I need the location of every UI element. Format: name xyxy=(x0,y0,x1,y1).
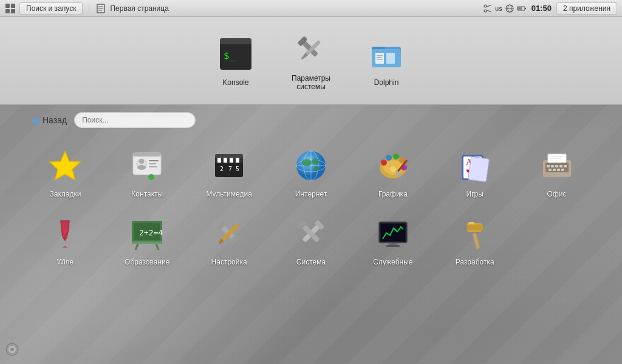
svg-rect-36 xyxy=(133,153,161,157)
svg-rect-79 xyxy=(547,165,550,167)
back-label: Назад xyxy=(43,115,67,125)
topbar-separator xyxy=(89,3,89,14)
svg-rect-111 xyxy=(472,233,480,249)
bottom-left-icon[interactable] xyxy=(5,342,19,359)
sys-tray: us xyxy=(483,4,527,13)
page-icon xyxy=(95,3,106,14)
svg-text:$_: $_ xyxy=(224,50,236,61)
app-system[interactable]: Система xyxy=(270,209,352,271)
system-icon xyxy=(292,214,330,253)
svg-rect-95 xyxy=(132,241,162,244)
svg-rect-80 xyxy=(551,165,554,167)
svg-rect-82 xyxy=(559,165,562,167)
svg-rect-76 xyxy=(468,157,489,182)
games-label: Игры xyxy=(466,190,484,198)
wine-label: Wine xyxy=(57,258,73,266)
system-menu-icon xyxy=(5,342,19,357)
multimedia-label: Мультимедиа xyxy=(206,190,251,198)
lang-indicator: us xyxy=(495,5,502,12)
graphics-label: Графика xyxy=(378,190,408,198)
svg-rect-20 xyxy=(220,42,251,44)
app-utilities[interactable]: Служебные xyxy=(352,209,434,271)
graphics-icon xyxy=(374,146,412,185)
utilities-icon xyxy=(374,214,412,253)
bookmarks-label: Закладки xyxy=(49,190,81,198)
battery-icon xyxy=(517,4,527,13)
svg-point-66 xyxy=(386,155,392,161)
svg-point-8 xyxy=(484,5,487,7)
svg-line-11 xyxy=(487,10,491,12)
app-development[interactable]: Разработка xyxy=(434,209,516,271)
app-bookmarks[interactable]: Закладки xyxy=(24,141,106,203)
app-education[interactable]: 2+2=4 Образование xyxy=(106,209,188,271)
contacts-label: Контакты xyxy=(131,190,163,198)
svg-line-97 xyxy=(156,244,159,250)
empty-icon xyxy=(538,214,576,253)
dolphin-label: Dolphin xyxy=(374,78,399,87)
back-arrow-icon: ◀ xyxy=(30,113,39,127)
multimedia-icon: 2 7 5 xyxy=(210,146,248,185)
svg-rect-17 xyxy=(518,7,522,10)
office-icon xyxy=(538,146,576,185)
svg-rect-87 xyxy=(561,169,564,171)
network-icon xyxy=(505,4,514,13)
app-multimedia[interactable]: 2 7 5 Мультимедиа xyxy=(188,141,270,203)
svg-rect-108 xyxy=(381,224,405,241)
apps-icon xyxy=(5,3,16,14)
svg-point-64 xyxy=(390,166,396,172)
svg-rect-50 xyxy=(215,154,243,158)
main-area: ◀ Назад Закладки xyxy=(0,105,622,364)
internet-icon xyxy=(292,146,330,185)
svg-line-10 xyxy=(487,5,491,7)
education-label: Образование xyxy=(125,258,169,266)
running-apps-button[interactable]: 2 приложения xyxy=(556,2,617,15)
svg-point-43 xyxy=(148,174,154,180)
search-launch-button[interactable]: Поиск и запуск xyxy=(19,2,83,15)
scissors-icon xyxy=(483,4,493,13)
svg-rect-40 xyxy=(149,160,159,161)
bookmarks-icon xyxy=(46,146,84,185)
settings-label: Параметры системы xyxy=(292,74,330,91)
app-office[interactable]: Офис xyxy=(516,141,598,203)
svg-rect-3 xyxy=(11,9,15,13)
svg-point-65 xyxy=(381,160,387,166)
development-icon xyxy=(456,214,494,253)
settings2-label: Настройка xyxy=(211,258,247,266)
svg-rect-110 xyxy=(386,245,400,247)
svg-rect-31 xyxy=(377,55,383,56)
office-label: Офис xyxy=(547,190,567,198)
back-button[interactable]: ◀ Назад xyxy=(30,113,67,127)
svg-rect-85 xyxy=(553,169,556,171)
svg-rect-30 xyxy=(386,53,395,64)
svg-line-96 xyxy=(135,244,138,250)
app-games[interactable]: A ♥ Игры xyxy=(434,141,516,203)
app-internet[interactable]: Интернет xyxy=(270,141,352,203)
svg-point-38 xyxy=(139,159,144,164)
app-contacts[interactable]: Контакты xyxy=(106,141,188,203)
svg-rect-33 xyxy=(377,59,383,60)
clock: 01:50 xyxy=(531,4,552,13)
konsole-icon: $_ xyxy=(216,35,255,73)
svg-point-60 xyxy=(312,158,319,164)
svg-rect-32 xyxy=(377,57,381,58)
svg-rect-1 xyxy=(11,4,15,8)
app-wine[interactable]: Wine xyxy=(24,209,106,271)
recent-app-settings[interactable]: Параметры системы xyxy=(292,30,330,91)
app-settings2[interactable]: Настройка xyxy=(188,209,270,271)
main-content: ◀ Назад Закладки xyxy=(0,105,622,277)
recent-app-dolphin[interactable]: Dolphin xyxy=(367,35,406,87)
svg-rect-0 xyxy=(5,4,10,8)
app-empty xyxy=(516,209,598,271)
search-input[interactable] xyxy=(74,112,196,128)
recent-app-konsole[interactable]: $_ Konsole xyxy=(216,35,255,87)
app-graphics[interactable]: Графика xyxy=(352,141,434,203)
konsole-label: Konsole xyxy=(222,78,248,87)
svg-point-67 xyxy=(393,153,399,160)
page-title: Первая страница xyxy=(110,4,168,13)
svg-point-59 xyxy=(302,159,312,166)
svg-text:2: 2 xyxy=(220,166,224,172)
svg-rect-16 xyxy=(525,8,526,9)
utilities-label: Служебные xyxy=(373,258,412,266)
nav-row: ◀ Назад xyxy=(12,105,610,135)
svg-text:7: 7 xyxy=(228,166,232,172)
